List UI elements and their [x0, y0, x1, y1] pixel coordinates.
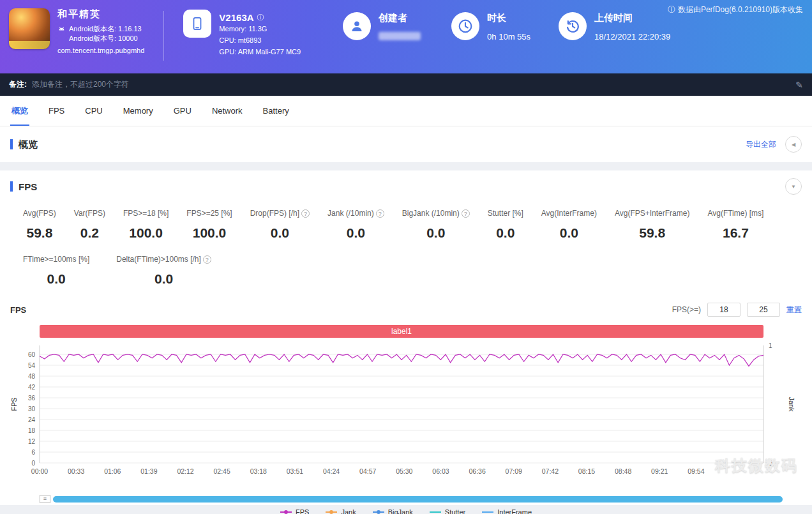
fps-threshold-input-2[interactable]: [747, 303, 780, 317]
fps-metrics-row-1: Avg(FPS)59.8Var(FPS)0.2FPS>=18 [%]100.0F…: [23, 209, 802, 241]
app-info-block: 和平精英 Android版本名: 1.16.13 Android版本号: 100…: [57, 8, 144, 54]
tab-cpu[interactable]: CPU: [75, 96, 112, 126]
metric-label: Stutter [%]: [488, 209, 523, 218]
metric-value: 59.8: [26, 225, 52, 241]
export-all-link[interactable]: 导出全部: [746, 139, 776, 150]
legend-label: FPS: [296, 508, 309, 514]
legend-marker: [373, 511, 384, 513]
svg-text:04:57: 04:57: [359, 467, 376, 475]
help-icon[interactable]: ?: [301, 209, 310, 218]
metric-jank-10min-: Jank (/10min)?0.0: [327, 209, 384, 241]
svg-text:07:42: 07:42: [542, 467, 559, 475]
section-accent-bar: [10, 181, 13, 192]
metric-avg-fps-: Avg(FPS)59.8: [23, 209, 56, 241]
fps-section-title: FPS: [19, 181, 37, 192]
duration-label: 时长: [487, 12, 506, 24]
fps-section: FPS ▼ Avg(FPS)59.8Var(FPS)0.2FPS>=18 [%]…: [0, 170, 812, 505]
svg-text:09:21: 09:21: [651, 467, 668, 475]
metric-avg-fps-interframe-: Avg(FPS+InterFrame)59.8: [615, 209, 689, 241]
metric-value: 0.2: [80, 225, 99, 241]
chart-legend: FPSJankBigJankStutterInterFrame: [10, 508, 802, 514]
info-icon: ⓘ: [668, 4, 675, 15]
clock-icon: [451, 12, 479, 40]
legend-marker: [482, 511, 493, 513]
duration-block: 时长 0h 10m 55s: [451, 8, 530, 42]
svg-text:08:48: 08:48: [615, 467, 631, 475]
metric-value: 0.0: [560, 225, 578, 241]
svg-text:60: 60: [28, 351, 36, 358]
svg-text:00:33: 00:33: [68, 467, 84, 475]
metric-label: Avg(FTime) [ms]: [707, 209, 763, 218]
metric-value: 0.0: [347, 225, 365, 241]
note-input[interactable]: 添加备注，不超过200个字符: [32, 79, 795, 90]
legend-label: Jank: [341, 508, 356, 514]
fps-threshold-input-1[interactable]: [707, 303, 741, 317]
collapse-button[interactable]: ◀: [785, 136, 802, 153]
upload-time-value: 18/12/2021 22:20:39: [594, 32, 670, 42]
android-icon: [57, 26, 66, 34]
section-gap: [0, 162, 812, 170]
svg-text:1: 1: [769, 342, 772, 349]
metric-fps-18-: FPS>=18 [%]100.0: [123, 209, 169, 241]
fps-threshold-label: FPS(>=): [672, 305, 701, 314]
svg-text:54: 54: [28, 362, 36, 369]
legend-interframe[interactable]: InterFrame: [482, 508, 532, 514]
upload-time-block: 上传时间 18/12/2021 22:20:39: [559, 8, 670, 42]
metric-ftime-100ms-: FTime>=100ms [%]0.0: [23, 255, 89, 287]
help-icon[interactable]: ?: [462, 209, 470, 218]
fps-chart-label: FPS: [10, 305, 26, 315]
fps-chart[interactable]: 061218243036424854600100:0000:3301:0601:…: [10, 339, 802, 492]
duration-value: 0h 10m 55s: [487, 32, 530, 42]
metric-value: 100.0: [193, 225, 227, 241]
scrollbar-track[interactable]: [53, 496, 783, 503]
creator-block: 创建者: [343, 8, 421, 40]
upload-time-label: 上传时间: [594, 12, 633, 24]
package-name: com.tencent.tmgp.pubgmhd: [57, 47, 144, 54]
tab-battery[interactable]: Battery: [253, 96, 299, 126]
legend-marker: [280, 511, 292, 513]
legend-fps[interactable]: FPS: [280, 508, 309, 514]
svg-text:02:12: 02:12: [177, 467, 193, 475]
legend-label: BigJank: [388, 508, 413, 514]
svg-text:02:45: 02:45: [214, 467, 230, 475]
help-icon[interactable]: ?: [203, 255, 211, 264]
legend-marker: [326, 511, 337, 513]
reset-link[interactable]: 重置: [786, 305, 802, 315]
tab-概览[interactable]: 概览: [1, 96, 38, 126]
svg-text:36: 36: [28, 395, 36, 402]
svg-text:30: 30: [28, 405, 36, 412]
svg-text:48: 48: [28, 373, 36, 380]
device-cpu: CPU: mt6893: [219, 34, 301, 46]
user-icon: [343, 12, 371, 40]
svg-text:01:06: 01:06: [104, 467, 121, 475]
metric-value: 16.7: [723, 225, 749, 241]
metric-bigjank-10min-: BigJank (/10min)?0.0: [402, 209, 470, 241]
svg-text:04:24: 04:24: [323, 467, 340, 475]
svg-text:06:03: 06:03: [432, 467, 449, 475]
metric-delta-ftime-100ms-h-: Delta(FTime)>100ms [/h]?0.0: [116, 255, 211, 287]
svg-text:03:51: 03:51: [287, 467, 303, 475]
legend-jank[interactable]: Jank: [326, 508, 356, 514]
android-version-name: Android版本名: 1.16.13: [69, 24, 142, 34]
scrollbar-handle[interactable]: ≡: [40, 495, 50, 503]
svg-text:12: 12: [28, 438, 36, 445]
edit-note-icon[interactable]: ✎: [795, 80, 803, 90]
note-bar: 备注: 添加备注，不超过200个字符 ✎: [0, 73, 812, 96]
metric-label: Var(FPS): [74, 209, 105, 218]
android-version-code: Android版本号: 10000: [69, 34, 142, 43]
legend-marker: [430, 511, 441, 513]
tab-gpu[interactable]: GPU: [163, 96, 202, 126]
legend-bigjank[interactable]: BigJank: [373, 508, 413, 514]
svg-text:03:18: 03:18: [250, 467, 267, 475]
tab-memory[interactable]: Memory: [113, 96, 163, 126]
legend-stutter[interactable]: Stutter: [430, 508, 465, 514]
history-clock-icon: [559, 12, 587, 40]
expand-collapse-button[interactable]: ▼: [785, 178, 802, 195]
tab-fps[interactable]: FPS: [38, 96, 75, 126]
device-info-icon[interactable]: ⓘ: [257, 13, 264, 22]
device-name: V2163A: [219, 12, 253, 23]
tab-network[interactable]: Network: [202, 96, 253, 126]
metric-fps-25-: FPS>=25 [%]100.0: [186, 209, 232, 241]
help-icon[interactable]: ?: [376, 209, 384, 218]
app-title: 和平精英: [57, 8, 144, 20]
